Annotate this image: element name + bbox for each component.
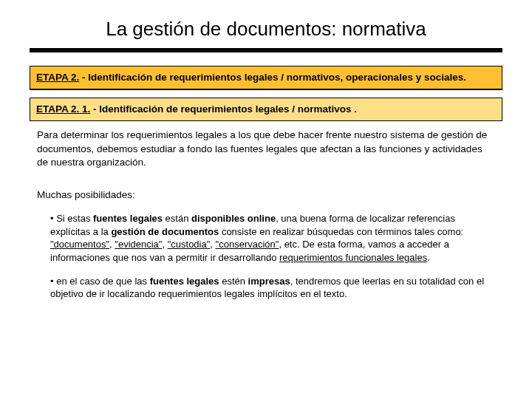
paragraph-intro: Para determinar los requerimientos legal…: [37, 129, 495, 169]
bullet-online: • Si estas fuentes legales están disponi…: [50, 212, 495, 264]
slide-title: La gestión de documentos: normativa: [30, 18, 502, 41]
stage-box-rest: - Identificación de requerimientos legal…: [79, 72, 466, 83]
stage-box-lead: ETAPA 2.: [36, 72, 79, 83]
stage-box-etapa-2-1: ETAPA 2. 1. - Identificación de requerim…: [30, 98, 502, 121]
bullet-impresas: • en el caso de que las fuentes legales …: [50, 275, 495, 301]
slide: La gestión de documentos: normativa ETAP…: [0, 0, 532, 399]
title-rule: [30, 48, 502, 52]
stage-box-etapa-2: ETAPA 2. - Identificación de requerimien…: [30, 66, 502, 90]
paragraph-possibilities: Muchas posibilidades:: [37, 188, 495, 202]
stage-box-lead: ETAPA 2. 1.: [36, 103, 90, 115]
stage-box-rest: - Identificación de requerimientos legal…: [90, 103, 357, 115]
